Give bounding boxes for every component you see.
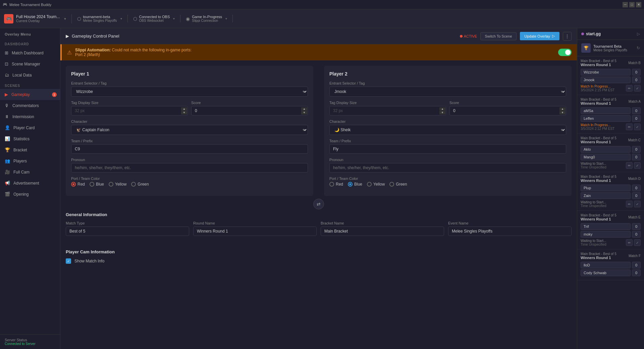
player1-tag-score-row: Tag Display Size ▲ ▼ Score bbox=[71, 101, 308, 119]
sidebar-item-local-data[interactable]: 🗂 Local Data bbox=[0, 69, 60, 81]
match-b-player2-row: Jmook 0 bbox=[581, 77, 641, 83]
bracket-name-input[interactable] bbox=[321, 227, 444, 236]
alert-toggle[interactable] bbox=[558, 49, 572, 56]
player2-score-down[interactable]: ▼ bbox=[559, 111, 566, 114]
player1-character-select[interactable]: 🦅 Captain Falcon bbox=[71, 125, 308, 135]
sidebar-item-scene-manager[interactable]: ⊡ Scene Manager bbox=[0, 58, 60, 69]
minimize-button[interactable]: ─ bbox=[623, 2, 628, 7]
match-c-round: Winners Round 1 bbox=[581, 140, 616, 144]
tournament-refresh-button[interactable]: ↻ bbox=[637, 46, 640, 50]
intermission-icon: ⏸ bbox=[5, 114, 9, 119]
sidebar-item-commentators[interactable]: 🎙 Commentators bbox=[0, 100, 60, 111]
player2-character-select[interactable]: 🌙 Sheik bbox=[329, 125, 566, 135]
player2-tag-size-input[interactable] bbox=[329, 106, 446, 115]
player1-color-red[interactable]: Red bbox=[71, 182, 85, 187]
player2-color-yellow[interactable]: Yellow bbox=[367, 182, 385, 187]
match-section-a: Main Bracket - Best of 5 Winners Round 1… bbox=[577, 95, 644, 134]
sidebar-item-opening[interactable]: 🎬 Opening bbox=[0, 189, 60, 200]
player2-team-input[interactable] bbox=[329, 144, 566, 154]
toolbar-connection-section[interactable]: ⬡ Connected to OBS OBS Websocket ▾ bbox=[128, 15, 181, 22]
player1-color-yellow[interactable]: Yellow bbox=[109, 182, 126, 187]
match-a-player2-score: 0 bbox=[632, 115, 641, 122]
sidebar-item-match-dashboard[interactable]: ⊞ Match Dashboard bbox=[0, 47, 60, 58]
toolbar-brand[interactable]: 🎮 Full House 2024 Tourn... Current Overl… bbox=[4, 14, 72, 23]
titlebar-controls: ─ □ ✕ bbox=[623, 2, 641, 7]
player2-tag-size-spinners: ▲ ▼ bbox=[439, 106, 445, 115]
show-match-checkbox[interactable] bbox=[66, 258, 71, 264]
player1-score-input[interactable] bbox=[191, 106, 308, 115]
player2-entrant-select[interactable]: Jmook bbox=[329, 87, 566, 97]
player2-pronoun-input[interactable] bbox=[329, 163, 566, 172]
match-a-bracket-info: Main Bracket - Best of 5 Winners Round 1 bbox=[581, 98, 616, 105]
match-a-check-button[interactable]: ✓ bbox=[634, 123, 641, 130]
player2-color-blue[interactable]: Blue bbox=[348, 182, 362, 187]
player1-score-spinners: ▲ ▼ bbox=[301, 106, 307, 115]
player1-entrant-label: Entrant Selector / Tag bbox=[71, 81, 308, 85]
player1-character-select-wrapper: 🦅 Captain Falcon bbox=[71, 125, 308, 135]
match-type-input[interactable] bbox=[66, 227, 189, 236]
player1-tag-size-up[interactable]: ▲ bbox=[181, 107, 187, 111]
sidebar-item-gameplay[interactable]: ▶ Gameplay 1 bbox=[0, 89, 60, 100]
sidebar-item-player-card[interactable]: 👤 Player Card bbox=[0, 122, 60, 133]
match-c-player2-row: Mang0 0 bbox=[581, 154, 641, 160]
round-name-input[interactable] bbox=[193, 227, 317, 236]
bracket-name-group: Bracket Name bbox=[321, 221, 444, 236]
toolbar-game-section[interactable]: ◉ Game In-Progress Slippi Connection ▾ bbox=[180, 15, 233, 22]
player1-pronoun-input[interactable] bbox=[71, 163, 308, 172]
player1-score-up[interactable]: ▲ bbox=[301, 107, 307, 111]
match-f-bracket: Main Bracket - Best of 5 bbox=[581, 252, 616, 256]
sidebar-item-intermission[interactable]: ⏸ Intermission bbox=[0, 111, 60, 122]
sidebar-item-players[interactable]: 👥 Players bbox=[0, 155, 60, 166]
player2-score-group: Score ▲ ▼ bbox=[449, 101, 566, 115]
player1-blue-radio-circle bbox=[90, 182, 94, 187]
sidebar-item-advertisement[interactable]: 📢 Advertisement bbox=[0, 178, 60, 189]
match-c-check-button[interactable]: ✓ bbox=[634, 162, 641, 169]
player2-score-up[interactable]: ▲ bbox=[559, 107, 566, 111]
match-b-edit-button[interactable]: ✏ bbox=[626, 85, 633, 92]
match-c-edit-button[interactable]: ✏ bbox=[626, 162, 633, 169]
switch-scene-button[interactable]: Switch To Scene bbox=[480, 32, 516, 40]
player1-score-down[interactable]: ▼ bbox=[301, 111, 307, 114]
match-d-round: Winners Round 1 bbox=[581, 179, 616, 183]
player1-team-input[interactable] bbox=[71, 144, 308, 154]
match-e-round: Winners Round 1 bbox=[581, 217, 616, 221]
player1-color-blue[interactable]: Blue bbox=[90, 182, 104, 187]
player2-score-input[interactable] bbox=[449, 106, 566, 115]
match-d-check-button[interactable]: ✓ bbox=[634, 201, 641, 207]
game-chevron: ▾ bbox=[225, 17, 227, 20]
match-e-bracket-info: Main Bracket - Best of 5 Winners Round 1 bbox=[581, 213, 616, 221]
player1-tag-size-input[interactable] bbox=[71, 106, 188, 115]
player2-color-red[interactable]: Red bbox=[329, 182, 343, 187]
match-d-edit-button[interactable]: ✏ bbox=[626, 201, 633, 207]
match-f-player2-name: Cody Schwab bbox=[581, 269, 631, 276]
match-a-edit-button[interactable]: ✏ bbox=[626, 123, 633, 130]
sidebar-item-full-cam[interactable]: 🎥 Full Cam bbox=[0, 166, 60, 178]
player1-entrant-select[interactable]: Wizzrobe bbox=[71, 87, 308, 97]
tournament-name: Tournament Beta bbox=[593, 44, 627, 48]
player1-color-green[interactable]: Green bbox=[131, 182, 149, 187]
toolbar-obs-section[interactable]: ⬡ tournament-beta Melee Singles Playoffs… bbox=[72, 15, 128, 22]
sidebar-item-bracket[interactable]: 🏆 Bracket bbox=[0, 144, 60, 155]
update-overlay-button[interactable]: Update Overlay ▷ bbox=[520, 32, 559, 40]
players-wrapper: Player 1 Entrant Selector / Tag Wizzrobe… bbox=[60, 60, 577, 196]
match-b-check-button[interactable]: ✓ bbox=[634, 85, 641, 92]
alert-banner: ⚠ Slippi Automation: Could not match the… bbox=[60, 44, 577, 60]
restore-button[interactable]: □ bbox=[629, 2, 635, 7]
match-e-check-button[interactable]: ✓ bbox=[634, 239, 641, 246]
player2-color-green[interactable]: Green bbox=[389, 182, 407, 187]
startgg-logo: start.gg bbox=[581, 32, 601, 36]
player2-tag-size-up[interactable]: ▲ bbox=[439, 107, 445, 111]
swap-players-button[interactable]: ⇄ bbox=[313, 199, 324, 209]
more-options-button[interactable]: ⋮ bbox=[563, 32, 572, 41]
sidebar-item-statistics[interactable]: 📊 Statistics bbox=[0, 133, 60, 144]
match-e-edit-button[interactable]: ✏ bbox=[626, 239, 633, 246]
close-button[interactable]: ✕ bbox=[636, 2, 641, 7]
event-name-input[interactable] bbox=[448, 227, 572, 236]
alert-icon: ⚠ bbox=[67, 49, 72, 56]
right-panel-expand-button[interactable]: ▷ bbox=[637, 32, 640, 36]
player2-tag-size-down[interactable]: ▼ bbox=[439, 111, 445, 114]
match-a-player1-score: 0 bbox=[632, 107, 641, 114]
player2-color-group: Port / Team Color Red Blue bbox=[329, 177, 566, 187]
player1-tag-size-down[interactable]: ▼ bbox=[181, 111, 187, 114]
match-b-header: Main Bracket - Best of 5 Winners Round 1… bbox=[581, 59, 641, 67]
